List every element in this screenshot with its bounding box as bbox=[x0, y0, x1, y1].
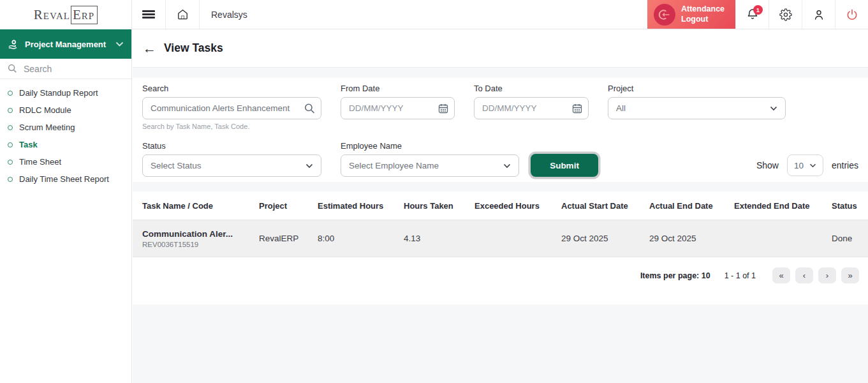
from-date-label: From Date bbox=[341, 84, 455, 93]
cell-status: Done bbox=[832, 234, 858, 243]
chevron-down-icon bbox=[115, 41, 124, 47]
sidebar-item-label: Daily Standup Report bbox=[19, 88, 98, 98]
show-label: Show bbox=[756, 160, 779, 170]
chevron-down-icon bbox=[809, 163, 816, 168]
module-header-project-management[interactable]: Project Management bbox=[0, 29, 131, 59]
pagination: Items per page: 10 1 - 1 of 1 « ‹ › » bbox=[133, 257, 868, 294]
sidebar-item-daily-time-sheet-report[interactable]: Daily Time Sheet Report bbox=[0, 170, 131, 188]
search-icon[interactable] bbox=[304, 103, 315, 114]
column-header-project: Project bbox=[259, 201, 318, 211]
sidebar-item-scrum-meeting[interactable]: Scrum Meeting bbox=[0, 119, 131, 136]
sidebar-item-rdlc-module[interactable]: RDLC Module bbox=[0, 101, 131, 119]
status-label: Status bbox=[142, 141, 321, 151]
logout-button[interactable] bbox=[835, 0, 868, 29]
column-header-exceeded-hours: Exceeded Hours bbox=[474, 201, 561, 211]
next-page-button[interactable]: › bbox=[818, 267, 836, 283]
entries-label: entries bbox=[832, 160, 858, 170]
project-select-value: All bbox=[616, 103, 770, 113]
home-button[interactable] bbox=[166, 0, 200, 29]
table-header-row: Task Name / Code Project Estimated Hours… bbox=[133, 192, 868, 220]
column-header-actual-end-date: Actual End Date bbox=[649, 201, 734, 211]
search-icon bbox=[8, 64, 17, 73]
sidebar-search-placeholder: Search bbox=[24, 64, 52, 74]
logout-arrow-icon bbox=[654, 4, 675, 26]
sidebar-item-label: Task bbox=[19, 140, 38, 149]
chevron-down-icon bbox=[503, 163, 511, 169]
status-select[interactable]: Select Status bbox=[142, 154, 321, 177]
column-header-task-name-code: Task Name / Code bbox=[142, 201, 259, 211]
bullet-icon bbox=[8, 160, 13, 165]
bullet-icon bbox=[8, 177, 13, 182]
home-icon bbox=[177, 8, 189, 20]
page-title: View Tasks bbox=[164, 41, 223, 55]
sidebar-item-label: RDLC Module bbox=[19, 105, 71, 115]
calendar-icon[interactable] bbox=[438, 103, 448, 114]
task-name: Communication Aler... bbox=[142, 229, 259, 239]
logo-text-reval: Reval bbox=[34, 7, 70, 22]
column-header-estimated-hours: Estimated Hours bbox=[318, 201, 404, 211]
sidebar-menu: Daily Standup Report RDLC Module Scrum M… bbox=[0, 79, 131, 193]
cell-estimated-hours: 8:00 bbox=[318, 234, 404, 243]
filter-section: Search Search by Task Name, Task Code. F… bbox=[133, 78, 868, 182]
employee-select-value: Select Employee Name bbox=[349, 161, 503, 170]
page-header: ← View Tasks bbox=[133, 29, 868, 67]
settings-button[interactable] bbox=[769, 0, 802, 29]
project-select[interactable]: All bbox=[608, 97, 786, 119]
previous-page-button[interactable]: ‹ bbox=[795, 267, 813, 283]
revalerp-logo: RevalErp bbox=[34, 7, 98, 23]
topbar-right: AttendanceLogout 1 bbox=[647, 0, 868, 29]
sidebar-item-daily-standup-report[interactable]: Daily Standup Report bbox=[0, 84, 131, 101]
sidebar-search[interactable]: Search bbox=[0, 59, 131, 79]
project-management-icon bbox=[8, 38, 19, 50]
sidebar-item-time-sheet[interactable]: Time Sheet bbox=[0, 153, 131, 170]
profile-button[interactable] bbox=[802, 0, 835, 29]
back-arrow-icon[interactable]: ← bbox=[143, 41, 156, 55]
cell-actual-start-date: 29 Oct 2025 bbox=[561, 234, 649, 243]
logo-area[interactable]: RevalErp bbox=[0, 0, 131, 29]
cell-project: RevalERP bbox=[259, 234, 318, 243]
last-page-button[interactable]: » bbox=[841, 267, 859, 283]
main-content: ← View Tasks Search Search by Task Name,… bbox=[133, 29, 868, 383]
column-header-actual-start-date: Actual Start Date bbox=[561, 201, 649, 211]
notification-badge: 1 bbox=[753, 5, 763, 15]
notifications-button[interactable]: 1 bbox=[735, 0, 769, 29]
attendance-logout-button[interactable]: AttendanceLogout bbox=[647, 0, 735, 29]
cell-task-name-code: Communication Aler... REV0036T15519 bbox=[142, 229, 259, 248]
module-header-label: Project Management bbox=[25, 40, 110, 49]
bullet-icon bbox=[8, 91, 13, 96]
menu-toggle-button[interactable] bbox=[132, 0, 166, 29]
to-date-input[interactable] bbox=[474, 97, 589, 119]
page-range: 1 - 1 of 1 bbox=[725, 271, 756, 280]
entries-count-select[interactable]: 10 bbox=[787, 154, 823, 176]
calendar-icon[interactable] bbox=[572, 103, 582, 114]
items-per-page-label: Items per page: 10 bbox=[640, 271, 710, 280]
attendance-logout-label: AttendanceLogout bbox=[681, 4, 725, 24]
entries-count-value: 10 bbox=[794, 161, 804, 170]
chevron-down-icon bbox=[770, 106, 777, 111]
bullet-icon bbox=[8, 125, 13, 130]
sidebar-item-label: Scrum Meeting bbox=[19, 123, 75, 132]
first-page-button[interactable]: « bbox=[772, 267, 790, 283]
topbar: Revalsys AttendanceLogout 1 bbox=[132, 0, 868, 29]
project-label: Project bbox=[608, 84, 786, 93]
to-date-label: To Date bbox=[474, 84, 589, 93]
task-search-input[interactable] bbox=[142, 97, 321, 119]
column-header-status: Status bbox=[832, 201, 858, 211]
search-label: Search bbox=[142, 84, 321, 93]
sidebar: RevalErp Project Management Search Daily… bbox=[0, 0, 132, 383]
tasks-table: Task Name / Code Project Estimated Hours… bbox=[133, 192, 868, 304]
search-hint: Search by Task Name, Task Code. bbox=[142, 123, 321, 130]
hamburger-icon bbox=[142, 9, 155, 20]
column-header-extended-end-date: Extended End Date bbox=[734, 201, 832, 211]
gear-icon bbox=[779, 8, 792, 21]
column-header-hours-taken: Hours Taken bbox=[404, 201, 474, 211]
sidebar-item-task[interactable]: Task bbox=[0, 136, 131, 153]
table-row[interactable]: Communication Aler... REV0036T15519 Reva… bbox=[133, 220, 868, 257]
task-code: REV0036T15519 bbox=[142, 241, 259, 248]
employee-name-select[interactable]: Select Employee Name bbox=[341, 154, 519, 177]
brand-name: Revalsys bbox=[200, 0, 247, 29]
chevron-down-icon bbox=[305, 163, 313, 169]
cell-hours-taken: 4.13 bbox=[404, 234, 474, 243]
submit-button[interactable]: Submit bbox=[531, 154, 598, 177]
sidebar-item-label: Daily Time Sheet Report bbox=[19, 174, 109, 184]
